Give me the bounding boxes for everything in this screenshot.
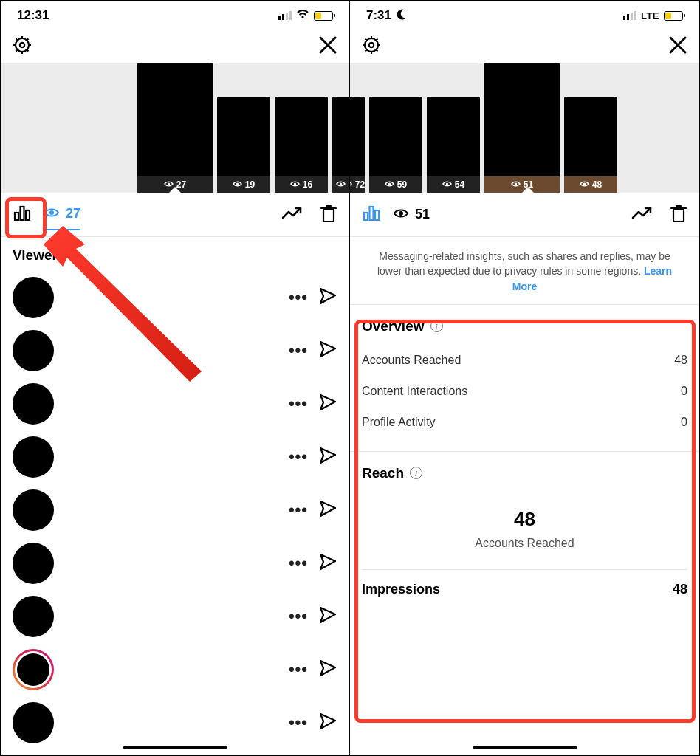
viewer-avatar[interactable] xyxy=(13,277,54,318)
more-options-icon[interactable]: ••• xyxy=(289,501,308,520)
more-options-icon[interactable]: ••• xyxy=(289,341,308,360)
wifi-icon xyxy=(296,8,309,23)
overview-stat-row[interactable]: Content Interactions0 xyxy=(362,376,687,407)
settings-gear-icon[interactable] xyxy=(13,35,32,58)
more-options-icon[interactable]: ••• xyxy=(289,394,308,413)
eye-icon xyxy=(350,179,352,190)
delete-trash-icon[interactable] xyxy=(320,204,337,226)
close-icon[interactable] xyxy=(668,35,687,58)
story-thumbnail[interactable]: 19 xyxy=(217,97,270,193)
promote-trend-icon[interactable] xyxy=(281,206,302,224)
close-icon[interactable] xyxy=(318,35,337,58)
viewer-row[interactable]: ••• xyxy=(1,484,349,537)
story-view-count: 48 xyxy=(592,179,602,190)
viewer-avatar[interactable] xyxy=(13,383,54,425)
story-thumbnail-strip[interactable]: 27191614 xyxy=(1,63,349,193)
story-thumbnail[interactable]: 54 xyxy=(427,97,480,193)
more-options-icon[interactable]: ••• xyxy=(289,554,308,573)
impressions-title: Impressions xyxy=(362,582,440,597)
viewer-row[interactable]: ••• xyxy=(1,643,349,696)
promote-trend-icon[interactable] xyxy=(631,206,652,224)
story-view-count-bar: 16 xyxy=(275,176,328,193)
home-indicator xyxy=(123,746,227,749)
eye-icon xyxy=(580,179,589,190)
battery-icon xyxy=(664,11,683,21)
send-message-icon[interactable] xyxy=(318,605,337,628)
viewer-avatar[interactable] xyxy=(13,436,54,478)
story-thumbnail[interactable]: 48 xyxy=(564,97,617,193)
reach-label: Accounts Reached xyxy=(362,537,687,550)
settings-gear-icon[interactable] xyxy=(362,35,381,58)
viewer-avatar[interactable] xyxy=(13,649,54,690)
more-options-icon[interactable]: ••• xyxy=(289,447,308,467)
send-message-icon[interactable] xyxy=(318,393,337,415)
more-options-icon[interactable]: ••• xyxy=(289,713,308,732)
send-message-icon[interactable] xyxy=(318,286,337,309)
header-row xyxy=(350,30,699,63)
insights-chart-icon[interactable] xyxy=(362,204,381,226)
send-message-icon[interactable] xyxy=(318,446,337,468)
send-message-icon[interactable] xyxy=(318,712,337,734)
viewer-avatar[interactable] xyxy=(13,596,54,637)
viewer-row[interactable]: ••• xyxy=(1,696,349,749)
send-message-icon[interactable] xyxy=(318,499,337,521)
story-view-count-bar: 19 xyxy=(217,176,270,193)
viewer-row[interactable]: ••• xyxy=(1,430,349,484)
viewer-row[interactable]: ••• xyxy=(1,324,349,377)
delete-trash-icon[interactable] xyxy=(670,204,687,226)
story-view-count-bar: 59 xyxy=(369,176,422,193)
views-eye-icon[interactable] xyxy=(393,207,409,222)
more-options-icon[interactable]: ••• xyxy=(289,607,308,626)
stat-value: 0 xyxy=(681,416,687,429)
impressions-value: 48 xyxy=(673,582,687,597)
overview-stat-row[interactable]: Accounts Reached48 xyxy=(362,345,687,376)
story-thumbnail[interactable]: 72 xyxy=(350,97,365,193)
more-options-icon[interactable]: ••• xyxy=(289,288,308,307)
story-thumbnail[interactable]: 14 xyxy=(332,97,349,193)
eye-icon xyxy=(511,179,521,190)
story-thumbnail-strip[interactable]: 7259545148 xyxy=(350,63,699,193)
privacy-note-text: Messaging-related insights, such as shar… xyxy=(377,250,670,277)
viewers-list[interactable]: ••••••••••••••••••••••••••• xyxy=(1,271,349,749)
status-bar: 7:31 LTE xyxy=(350,1,699,30)
story-thumbnail[interactable]: 27 xyxy=(137,63,213,193)
viewer-row[interactable]: ••• xyxy=(1,271,349,324)
story-thumbnail[interactable]: 16 xyxy=(275,97,328,193)
insights-chart-icon[interactable] xyxy=(13,204,32,226)
viewers-heading: Viewers xyxy=(1,237,349,271)
story-thumbnail[interactable]: 59 xyxy=(369,97,422,193)
eye-icon xyxy=(442,179,452,190)
story-view-count: 54 xyxy=(455,179,464,190)
story-thumbnail[interactable]: 51 xyxy=(484,63,560,193)
viewers-screen: 12:31 27191614 xyxy=(1,1,350,755)
stat-label: Content Interactions xyxy=(362,385,467,398)
info-icon[interactable]: i xyxy=(410,467,422,479)
viewer-avatar[interactable] xyxy=(13,489,54,531)
cellular-signal-icon xyxy=(623,11,636,20)
action-bar: 27 xyxy=(1,193,349,237)
eye-icon xyxy=(290,179,300,190)
send-message-icon[interactable] xyxy=(318,552,337,574)
header-row xyxy=(1,30,349,63)
story-view-count: 16 xyxy=(303,179,312,190)
viewer-row[interactable]: ••• xyxy=(1,377,349,430)
viewer-avatar[interactable] xyxy=(13,330,54,371)
stat-value: 48 xyxy=(674,354,687,367)
status-bar: 12:31 xyxy=(1,1,349,30)
stat-label: Profile Activity xyxy=(362,416,436,429)
cellular-signal-icon xyxy=(278,11,292,20)
viewer-avatar[interactable] xyxy=(13,543,54,584)
views-eye-icon[interactable] xyxy=(44,207,60,221)
do-not-disturb-moon-icon xyxy=(396,8,408,24)
view-count: 27 xyxy=(66,206,80,221)
privacy-note: Messaging-related insights, such as shar… xyxy=(350,237,699,305)
send-message-icon[interactable] xyxy=(318,659,337,681)
info-icon[interactable]: i xyxy=(430,320,443,332)
overview-stat-row[interactable]: Profile Activity0 xyxy=(362,407,687,438)
send-message-icon[interactable] xyxy=(318,340,337,362)
viewer-row[interactable]: ••• xyxy=(1,590,349,643)
viewer-row[interactable]: ••• xyxy=(1,537,349,590)
eye-icon xyxy=(385,179,394,190)
viewer-avatar[interactable] xyxy=(13,702,54,743)
more-options-icon[interactable]: ••• xyxy=(289,660,308,679)
